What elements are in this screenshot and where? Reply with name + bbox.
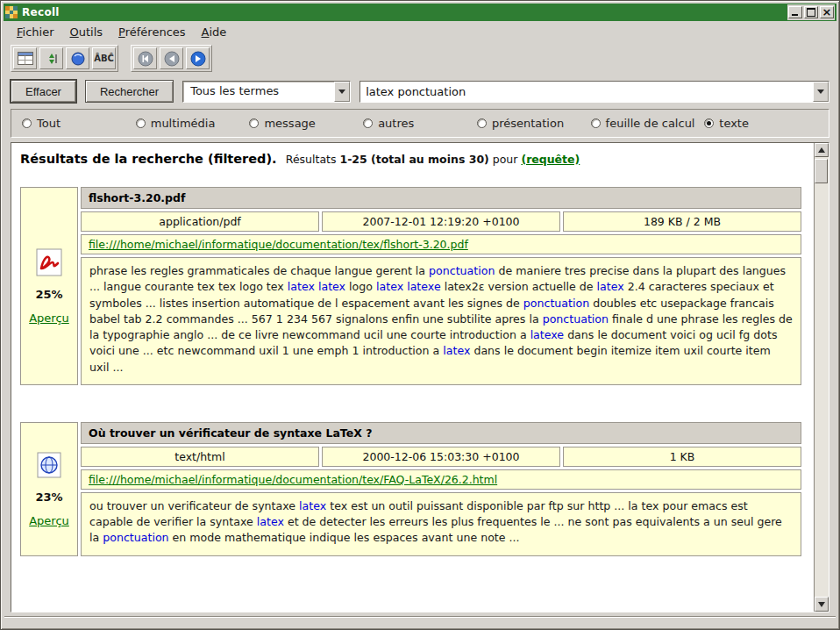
- menu-outils[interactable]: Outils: [64, 24, 110, 40]
- scroll-down-icon[interactable]: [815, 597, 829, 612]
- result-size: 1 KB: [563, 447, 801, 467]
- category-filter-panel: Tout multimédia message autres présentat…: [11, 109, 829, 138]
- result-date: 2000-12-06 15:03:30 +0100: [322, 447, 560, 467]
- result-side-panel: 23% Aperçu: [20, 422, 78, 556]
- radio-icon: [477, 118, 487, 128]
- chevron-down-icon[interactable]: [334, 82, 350, 102]
- window-controls: [787, 4, 835, 20]
- filter-radio-message[interactable]: message: [249, 117, 363, 130]
- filter-radio-tout[interactable]: Tout: [22, 117, 136, 130]
- radio-icon: [363, 118, 373, 128]
- search-mode-value: Tous les termes: [183, 82, 334, 102]
- radio-icon: [22, 118, 32, 128]
- query-combobox[interactable]: [359, 81, 829, 103]
- result-details: flshort-3.20.pdf application/pdf 2007-12…: [81, 187, 801, 385]
- search-input[interactable]: [360, 82, 813, 102]
- result-mime-type: application/pdf: [81, 211, 319, 232]
- radio-icon: [704, 118, 714, 128]
- search-mode-select[interactable]: Tous les termes: [182, 81, 351, 103]
- result-url-link[interactable]: file:///home/michael/informatique/docume…: [89, 238, 468, 251]
- results-area: Résultats de la recherche (filtered). Ré…: [11, 142, 829, 612]
- result-size: 189 KB / 2 MB: [563, 211, 801, 232]
- maximize-icon[interactable]: [804, 6, 818, 18]
- result-mime-type: text/html: [81, 447, 319, 467]
- close-icon[interactable]: [820, 6, 834, 18]
- result-url-link[interactable]: file:///home/michael/informatique/docume…: [89, 473, 497, 486]
- recoll-window: Recoll Fichier Outils Préférences Aide: [0, 0, 840, 630]
- menu-fichier[interactable]: Fichier: [11, 24, 61, 40]
- document-type-icon: [35, 450, 63, 480]
- result-abstract: phrase les regles grammaticales de chaqu…: [81, 257, 801, 385]
- toolbar-group-main: ÂBĈ: [11, 45, 118, 72]
- next-page-icon[interactable]: [186, 47, 210, 69]
- clear-button[interactable]: Effacer: [11, 80, 76, 103]
- history-icon[interactable]: [66, 47, 89, 69]
- scrollbar-thumb[interactable]: [815, 159, 828, 183]
- window-title: Recoll: [22, 6, 60, 18]
- result-title: Où trouver un vérificateur de syntaxe La…: [81, 422, 801, 444]
- search-bar: Effacer Rechercher Tous les termes: [4, 75, 836, 108]
- title-bar[interactable]: Recoll: [4, 4, 836, 21]
- chevron-down-icon[interactable]: [813, 82, 829, 102]
- result-title: flshort-3.20.pdf: [81, 187, 801, 209]
- results-scrollbar[interactable]: [814, 143, 829, 612]
- toolbar: ÂBĈ: [4, 42, 836, 75]
- result-abstract: ou trouver un verificateur de syntaxe la…: [81, 492, 801, 556]
- result-details: Où trouver un vérificateur de syntaxe La…: [81, 422, 801, 556]
- spell-icon[interactable]: ÂBĈ: [92, 47, 116, 69]
- search-button[interactable]: Rechercher: [85, 80, 174, 103]
- preview-link[interactable]: Aperçu: [29, 311, 69, 325]
- results-viewport: Résultats de la recherche (filtered). Ré…: [11, 143, 814, 612]
- html-icon: [36, 452, 62, 478]
- results-list: 25% Aperçu flshort-3.20.pdf application/…: [18, 187, 805, 556]
- result-item: 23% Aperçu Où trouver un vérificateur de…: [20, 422, 801, 556]
- menu-aide[interactable]: Aide: [196, 24, 233, 40]
- results-table-icon[interactable]: [13, 47, 37, 69]
- result-item: 25% Aperçu flshort-3.20.pdf application/…: [20, 187, 801, 385]
- filter-radio-autres[interactable]: autres: [363, 117, 477, 130]
- filter-radio-texte[interactable]: texte: [704, 117, 818, 130]
- status-bar: [4, 616, 836, 626]
- filter-radio-feuille-de-calcul[interactable]: feuille de calcul: [591, 117, 705, 130]
- results-count: Résultats 1-25 (total au moins 30) pour …: [286, 153, 580, 166]
- toolbar-group-nav: [131, 45, 212, 72]
- query-link[interactable]: (requête): [521, 153, 580, 166]
- pdf-icon: [36, 248, 62, 276]
- radio-icon: [249, 118, 259, 128]
- result-date: 2007-12-01 12:19:20 +0100: [322, 211, 560, 232]
- result-url-cell: file:///home/michael/informatique/docume…: [81, 234, 801, 254]
- relevance-percent: 25%: [35, 288, 62, 301]
- minimize-icon[interactable]: [788, 6, 802, 18]
- app-icon: [5, 6, 18, 18]
- menu-bar: Fichier Outils Préférences Aide: [4, 21, 836, 42]
- document-type-icon: [35, 247, 63, 277]
- results-title: Résultats de la recherche (filtered).: [20, 152, 277, 166]
- first-page-icon[interactable]: [133, 47, 157, 69]
- radio-icon: [591, 118, 601, 128]
- scroll-up-icon[interactable]: [815, 143, 829, 157]
- sort-icon[interactable]: [39, 47, 63, 69]
- filter-radio-multimedia[interactable]: multimédia: [136, 117, 250, 130]
- previous-page-icon[interactable]: [160, 47, 183, 69]
- filter-radio-presentation[interactable]: présentation: [477, 117, 591, 130]
- radio-icon: [136, 118, 146, 128]
- results-header: Résultats de la recherche (filtered). Ré…: [20, 152, 803, 166]
- scrollbar-track[interactable]: [815, 157, 829, 597]
- preview-link[interactable]: Aperçu: [29, 514, 69, 527]
- relevance-percent: 23%: [35, 490, 62, 504]
- menu-preferences[interactable]: Préférences: [112, 24, 191, 40]
- result-url-cell: file:///home/michael/informatique/docume…: [81, 469, 801, 490]
- result-side-panel: 25% Aperçu: [20, 187, 78, 385]
